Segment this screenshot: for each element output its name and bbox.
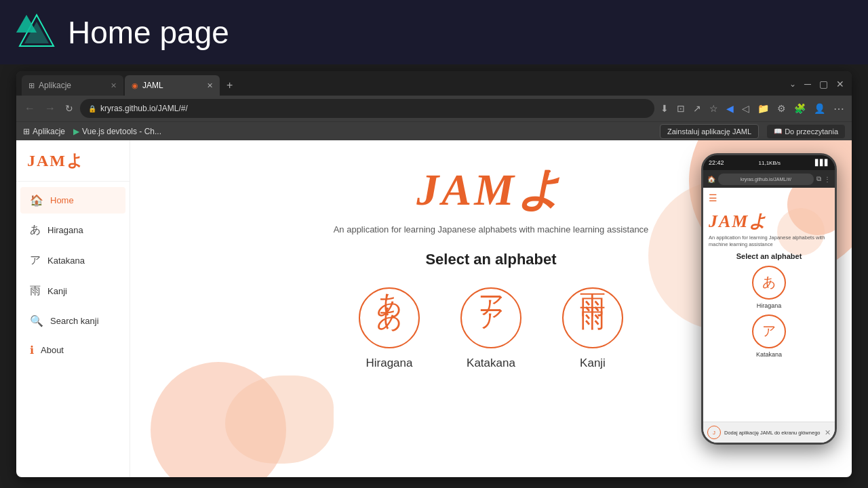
phone-content-inner: ☰ JAMよ An application for learning Japan…	[703, 188, 835, 358]
phone-alphabet-hiragana[interactable]: あ Hiragana	[703, 266, 835, 309]
kanji-alphabet-label: Kanji	[580, 357, 606, 370]
phone-alphabet-katakana[interactable]: ア Katakana	[703, 314, 835, 358]
phone-add-close[interactable]: ✕	[825, 428, 831, 437]
edge-icon2[interactable]: ◁	[740, 101, 751, 116]
pwa-install-banner[interactable]: Zainstaluj aplikację JAML	[660, 124, 759, 139]
read-later-bar[interactable]: 📖 Do przeczytania	[767, 125, 845, 138]
close-button[interactable]: ✕	[834, 77, 846, 92]
browser-tabbar: ⊞ Aplikacje ✕ ◉ JAML ✕ + ⌄ ─ ▢ ✕	[16, 71, 852, 96]
sidebar-item-home[interactable]: 🏠 Home	[20, 187, 125, 214]
tab-jaml[interactable]: ◉ JAML ✕	[125, 75, 220, 96]
app-logo-main: JAMよ	[416, 159, 566, 220]
browser-addressbar: ← → ↻ 🔒 kryras.github.io/JAML/#/ ⬇ ⊡ ↗ ☆…	[16, 96, 852, 121]
bookmark-devtools-label: Vue.js devtools - Ch...	[82, 127, 161, 136]
extension-icon[interactable]: 🧩	[792, 101, 808, 116]
sidebar-katakana-label: Katakana	[47, 256, 85, 266]
phone-add-icon: J	[707, 426, 721, 439]
sidebar-item-about[interactable]: ℹ About	[20, 337, 125, 363]
edge-icon[interactable]: ◀	[724, 101, 736, 116]
screen-capture-icon[interactable]: ⊡	[675, 101, 687, 116]
phone-status-bar: 22:42 11,1KB/s ▋▋▋	[703, 155, 835, 170]
minimize-button[interactable]: ─	[802, 77, 813, 92]
phone-data: 11,1KB/s	[759, 160, 781, 166]
kanji-circle[interactable]: 雨	[562, 287, 623, 348]
sidebar-item-katakana[interactable]: ア Katakana	[20, 247, 125, 274]
alphabet-katakana[interactable]: ア ア Katakana	[460, 287, 521, 370]
bookmark-aplikacje-label: Aplikacje	[33, 127, 65, 136]
sidebar-logo: JAMよ	[16, 140, 130, 182]
tab-aplikacje-close[interactable]: ✕	[111, 81, 117, 90]
katakana-alphabet-label: Katakana	[467, 357, 515, 370]
svg-marker-3	[16, 15, 37, 33]
bookmark-aplikacje-icon: ⊞	[23, 127, 30, 136]
share-icon[interactable]: ↗	[691, 101, 703, 116]
sidebar-item-hiragana[interactable]: あ Hiragana	[20, 216, 125, 244]
read-later-text: Do przeczytania	[785, 127, 838, 136]
phone-tagline: An application for learning Japanese alp…	[703, 235, 835, 252]
back-button[interactable]: ←	[22, 100, 38, 117]
phone-katakana-label: Katakana	[756, 351, 782, 358]
phone-menu-toggle[interactable]: ☰	[703, 188, 835, 208]
tab-aplikacje-favicon: ⊞	[28, 81, 35, 90]
sidebar-logo-text: JAMよ	[27, 152, 85, 169]
sidebar-item-search[interactable]: 🔍 Search kanji	[20, 308, 125, 334]
page-title: Home page	[68, 14, 229, 51]
phone-address-bar[interactable]: kryras.github.io/JAML/#/	[718, 174, 814, 185]
tab-aplikacje[interactable]: ⊞ Aplikacje ✕	[22, 75, 123, 96]
tab-jaml-close[interactable]: ✕	[207, 81, 213, 90]
alphabet-hiragana[interactable]: あ あ Hiragana	[359, 287, 420, 370]
phone-mockup: 22:42 11,1KB/s ▋▋▋ 🏠 kryras.github.io/JA…	[701, 153, 837, 445]
sidebar-search-label: Search kanji	[50, 316, 99, 326]
phone-time: 22:42	[709, 159, 724, 166]
alphabet-grid: あ あ Hiragana ア ア Katakana 雨 雨 Kanji	[359, 287, 623, 370]
hiragana-circle[interactable]: あ	[359, 287, 420, 348]
read-later-icon: 📖	[774, 127, 782, 135]
page-heading-bar: Home page	[0, 0, 868, 64]
address-bar[interactable]: 🔒 kryras.github.io/JAML/#/	[80, 99, 654, 118]
phone-select-heading: Select an alphabet	[703, 252, 835, 260]
refresh-button[interactable]: ↻	[62, 100, 76, 117]
forward-button[interactable]: →	[42, 100, 58, 117]
phone-more-icon[interactable]: ⋮	[824, 176, 831, 183]
alphabet-kanji[interactable]: 雨 雨 Kanji	[562, 287, 623, 370]
phone-app-content: ☰ JAMよ An application for learning Japan…	[703, 188, 835, 443]
phone-hiragana-label: Hiragana	[757, 302, 782, 309]
profile-icon[interactable]: 👤	[812, 101, 827, 116]
sidebar-nav: 🏠 Home あ Hiragana ア Katakana 雨 Kanji	[16, 182, 130, 369]
phone-hiragana-circle: あ	[752, 266, 786, 300]
phone-url: kryras.github.io/JAML/#/	[741, 177, 791, 182]
app-sidebar: JAMよ 🏠 Home あ Hiragana ア Katakana	[16, 140, 130, 477]
expand-icon[interactable]: ⌄	[787, 77, 798, 91]
vuetify-logo-icon	[16, 12, 57, 53]
window-controls: ⌄ ─ ▢ ✕	[787, 77, 846, 96]
katakana-icon: ア	[30, 253, 41, 268]
folder-icon[interactable]: 📁	[755, 101, 771, 116]
lock-icon: 🔒	[88, 105, 96, 113]
hamburger-icon: ☰	[709, 192, 717, 203]
sidebar-home-label: Home	[50, 195, 74, 205]
bookmark-devtools-icon: ▶	[73, 127, 79, 136]
phone-browser-bar: 🏠 kryras.github.io/JAML/#/ ⧉ ⋮	[703, 170, 835, 188]
phone-home-icon[interactable]: 🏠	[707, 176, 715, 183]
more-icon[interactable]: ⋯	[831, 100, 846, 117]
settings-icon[interactable]: ⚙	[775, 101, 788, 116]
katakana-circle[interactable]: ア	[460, 287, 521, 348]
bookmark-aplikacje[interactable]: ⊞ Aplikacje	[23, 127, 65, 136]
sidebar-about-label: About	[41, 345, 64, 355]
tab-jaml-label: JAML	[142, 81, 203, 90]
app-tagline: An application for learning Japanese alp…	[334, 224, 649, 235]
phone-tab-icon[interactable]: ⧉	[816, 175, 821, 183]
info-icon: ℹ	[30, 344, 34, 357]
phone-katakana-circle: ア	[752, 314, 786, 348]
maximize-button[interactable]: ▢	[817, 77, 830, 92]
bookmark-devtools[interactable]: ▶ Vue.js devtools - Ch...	[73, 127, 161, 136]
url-display: kryras.github.io/JAML/#/	[100, 104, 188, 113]
bookmarks-bar: ⊞ Aplikacje ▶ Vue.js devtools - Ch... Za…	[16, 121, 852, 140]
star-icon[interactable]: ☆	[707, 101, 720, 116]
sidebar-item-kanji[interactable]: 雨 Kanji	[20, 277, 125, 305]
home-icon: 🏠	[30, 194, 43, 207]
phone-add-banner: J Dodaj aplikację JAML do ekranu główneg…	[703, 422, 835, 443]
pwa-banner-text: Zainstaluj aplikację JAML	[667, 127, 751, 136]
download-icon[interactable]: ⬇	[658, 101, 671, 116]
new-tab-button[interactable]: +	[221, 75, 238, 96]
